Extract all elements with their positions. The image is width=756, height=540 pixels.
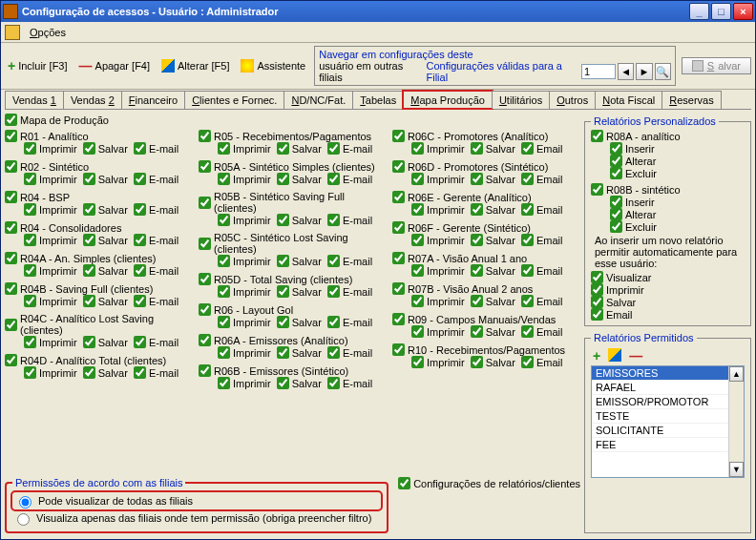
cb-report[interactable] [199,130,211,142]
list-permitidos[interactable]: EMISSORESRAFAELEMISSOR/PROMOTORTESTESOLI… [591,365,745,478]
tab-outros[interactable]: Outros [549,91,596,109]
tab-financeiro[interactable]: Financeiro [121,91,185,109]
cb-email2[interactable] [521,142,534,155]
cb-salvar[interactable] [471,356,483,368]
cb-imprimir[interactable] [411,356,424,368]
cb-email[interactable] [134,366,146,379]
nav-next-button[interactable]: ► [636,63,652,80]
cb-imprimir[interactable] [218,255,230,267]
cb-salvar[interactable] [83,295,95,307]
cb-report[interactable] [199,334,211,346]
cb-r08a-inserir[interactable] [610,142,622,155]
cb-mapa-producao[interactable] [5,114,17,126]
maximize-button[interactable]: □ [711,3,731,20]
cb-report[interactable] [392,343,405,356]
list-remove-button[interactable]: — [629,348,642,363]
cb-report[interactable] [5,319,17,331]
tab-tabelas[interactable]: Tabelas [352,91,404,109]
cb-imprimir[interactable] [218,285,230,298]
cb-email[interactable] [134,295,146,307]
cb-email2[interactable] [521,295,534,307]
cb-email[interactable] [327,285,340,298]
cb-salvar[interactable] [83,234,95,246]
cb-email[interactable] [134,173,146,185]
cb-email2[interactable] [521,325,534,338]
cb-report[interactable] [199,197,211,209]
cb-imprimir[interactable] [411,325,424,338]
cb-imprimir[interactable] [218,316,230,328]
cb-auto-imprimir[interactable] [591,283,603,296]
apagar-button[interactable]: —Apagar [F4] [76,57,153,74]
cb-email[interactable] [327,214,340,226]
cb-salvar[interactable] [83,173,95,185]
assistente-button[interactable]: Assistente [238,58,308,73]
menu-opcoes[interactable]: Opções [24,25,72,40]
tab-vendas-1[interactable]: Vendas 1 [5,91,64,109]
cb-imprimir[interactable] [411,264,424,277]
cb-imprimir[interactable] [411,203,424,216]
cb-salvar[interactable] [83,203,95,216]
cb-r08b-alterar[interactable] [610,208,622,220]
cb-email[interactable] [327,142,340,155]
radio-filiais-permissao[interactable]: Visualiza apenas das filiais onde tem pe… [12,510,381,526]
cb-email[interactable] [327,377,340,389]
tab-nd-nc-fat-[interactable]: ND/NC/Fat. [284,91,353,109]
nav-first-button[interactable]: ◄ [618,63,634,80]
cb-email2[interactable] [521,264,534,277]
cb-report[interactable] [5,160,17,173]
cb-config-relatorios[interactable] [398,477,410,489]
cb-report[interactable] [5,282,17,295]
cb-email2[interactable] [521,356,534,368]
cb-salvar[interactable] [83,366,95,379]
cb-email[interactable] [327,346,340,359]
cb-imprimir[interactable] [24,366,36,379]
cb-imprimir[interactable] [218,173,230,185]
cb-salvar[interactable] [277,255,289,267]
cb-r08a-excluir[interactable] [610,167,622,179]
radio-todas-filiais[interactable]: Pode visualizar de todas as filiais [12,492,381,509]
cb-salvar[interactable] [83,264,95,277]
cb-report[interactable] [199,160,211,173]
cb-imprimir[interactable] [218,346,230,359]
cb-report[interactable] [199,273,211,285]
cb-email2[interactable] [521,234,534,246]
cb-imprimir[interactable] [24,203,36,216]
tab-nota-fiscal[interactable]: Nota Fiscal [595,91,662,109]
cb-report[interactable] [392,252,405,264]
cb-imprimir[interactable] [24,173,36,185]
cb-imprimir[interactable] [24,336,36,348]
cb-salvar[interactable] [277,316,289,328]
cb-email[interactable] [134,203,146,216]
cb-email[interactable] [327,255,340,267]
cb-imprimir[interactable] [218,214,230,226]
close-button[interactable]: × [733,3,753,20]
cb-report[interactable] [392,160,405,173]
cb-salvar[interactable] [83,336,95,348]
cb-salvar[interactable] [471,142,483,155]
cb-salvar[interactable] [471,295,483,307]
tab-mapa-produ-o[interactable]: Mapa Produção [403,91,493,109]
cb-salvar[interactable] [471,234,483,246]
list-item[interactable]: EMISSOR/PROMOTOR [592,395,728,409]
tab-clientes-e-fornec-[interactable]: Clientes e Fornec. [184,91,284,109]
cb-r08b[interactable] [591,183,603,196]
cb-report[interactable] [199,364,211,377]
cb-email[interactable] [327,316,340,328]
cb-report[interactable] [392,282,405,295]
scroll-up-icon[interactable]: ▲ [729,366,744,382]
cb-salvar[interactable] [277,285,289,298]
list-edit-button[interactable] [608,348,621,362]
cb-report[interactable] [199,238,211,250]
cb-report[interactable] [5,354,17,366]
list-item[interactable]: SOLICITANTE [592,424,728,438]
tab-reservas[interactable]: Reservas [662,91,721,109]
cb-salvar[interactable] [471,325,483,338]
cb-auto-visualizar[interactable] [591,271,603,283]
minimize-button[interactable]: _ [689,3,709,20]
cb-report[interactable] [392,221,405,234]
cb-report[interactable] [5,191,17,203]
cb-imprimir[interactable] [218,377,230,389]
cb-auto-email[interactable] [591,308,603,321]
cb-salvar[interactable] [277,173,289,185]
cb-salvar[interactable] [471,203,483,216]
